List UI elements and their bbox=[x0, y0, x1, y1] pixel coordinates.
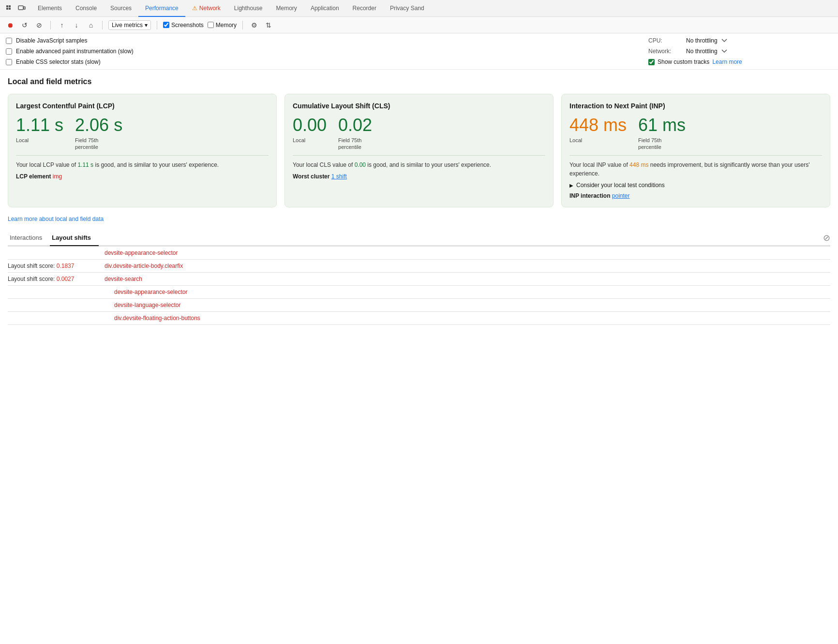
no-entry-icon[interactable]: ⊘ bbox=[823, 233, 830, 243]
live-metrics-dropdown[interactable]: Live metrics ▾ bbox=[108, 20, 151, 30]
collapsible-label: Consider your local test conditions bbox=[576, 182, 665, 189]
screenshots-checkbox-label[interactable]: Screenshots bbox=[163, 22, 204, 29]
device-toolbar-icon[interactable] bbox=[16, 3, 27, 14]
cursor-icon[interactable] bbox=[4, 3, 15, 14]
custom-tracks-text: Show custom tracks bbox=[658, 59, 709, 65]
tab-layout-shifts[interactable]: Layout shifts bbox=[50, 230, 99, 246]
cpu-throttle-row: CPU: No throttling bbox=[648, 37, 832, 44]
clear-button[interactable]: ⊘ bbox=[34, 20, 45, 30]
learn-more-custom-tracks-link[interactable]: Learn more bbox=[712, 59, 742, 65]
local-value-1: 0.00 bbox=[293, 116, 327, 135]
field-label-0: Field 75th percentile bbox=[75, 137, 122, 151]
tab-performance[interactable]: Performance bbox=[138, 0, 185, 17]
tab-lighthouse[interactable]: Lighthouse bbox=[227, 0, 269, 17]
network-label: Network: bbox=[648, 48, 682, 55]
metric-detail-0: LCP element img bbox=[16, 173, 269, 180]
metric-title-1: Cumulative Layout Shift (CLS) bbox=[293, 102, 545, 110]
tab-recorder[interactable]: Recorder bbox=[346, 0, 383, 17]
worst-cluster-label: Worst cluster bbox=[293, 173, 329, 180]
separator-3 bbox=[157, 21, 157, 29]
local-value-0: 1.11 s bbox=[16, 116, 63, 135]
shift-selector-5[interactable]: div.devsite-floating-action-buttons bbox=[114, 315, 200, 322]
memory-checkbox-label[interactable]: Memory bbox=[208, 22, 237, 29]
desc-val-2: 448 ms bbox=[629, 161, 648, 168]
metric-desc-2: Your local INP value of 448 ms needs imp… bbox=[569, 161, 822, 178]
devtools-tab-bar: ElementsConsoleSourcesPerformance⚠Networ… bbox=[0, 0, 838, 17]
settings-row: Disable JavaScript samples Enable advanc… bbox=[0, 33, 838, 70]
network-throttle-row: Network: No throttling bbox=[648, 48, 832, 55]
metric-divider-1 bbox=[293, 155, 545, 156]
disable-js-samples-checkbox[interactable] bbox=[6, 38, 12, 44]
shift-selector-1[interactable]: div.devsite-article-body.clearfix bbox=[105, 263, 183, 269]
enable-css-selector-text: Enable CSS selector stats (slow) bbox=[16, 59, 101, 65]
tab-memory[interactable]: Memory bbox=[269, 0, 304, 17]
upload-button[interactable]: ↑ bbox=[57, 20, 67, 30]
reload-record-button[interactable]: ↺ bbox=[19, 20, 30, 30]
tab-application[interactable]: Application bbox=[304, 0, 346, 17]
shift-label-1: Layout shift score: 0.1837 bbox=[8, 263, 105, 269]
shift-selector-4[interactable]: devsite-language-selector bbox=[114, 302, 180, 308]
tab-console[interactable]: Console bbox=[69, 0, 104, 17]
network-value: No throttling bbox=[686, 48, 718, 55]
metric-card-2: Interaction to Next Paint (INP) 448 ms L… bbox=[561, 94, 830, 207]
inp-interaction-link[interactable]: pointer bbox=[612, 192, 630, 199]
local-label-1: Local bbox=[293, 137, 327, 144]
shift-selector-0[interactable]: devsite-appearance-selector bbox=[105, 249, 178, 256]
download-button[interactable]: ↓ bbox=[71, 20, 82, 30]
worst-cluster-link[interactable]: 1 shift bbox=[331, 173, 347, 180]
devtools-icons bbox=[4, 3, 27, 14]
layout-shifts-list: devsite-appearance-selector Layout shift… bbox=[8, 246, 830, 325]
svg-rect-4 bbox=[18, 6, 23, 10]
metric-values-2: 448 ms Local 61 ms Field 75th percentile bbox=[569, 116, 822, 150]
shift-item-1: Layout shift score: 0.1837 div.devsite-a… bbox=[8, 260, 830, 273]
tab-network[interactable]: ⚠Network bbox=[185, 0, 227, 17]
shift-score-1: 0.1837 bbox=[57, 263, 75, 269]
screenshots-checkbox[interactable] bbox=[163, 22, 169, 28]
disable-js-samples-label[interactable]: Disable JavaScript samples bbox=[6, 37, 134, 44]
tab-privacy-sand[interactable]: Privacy Sand bbox=[383, 0, 431, 17]
inp-interaction-label: INP interaction bbox=[569, 192, 610, 199]
enable-css-selector-checkbox[interactable] bbox=[6, 59, 12, 65]
shift-selector-2[interactable]: devsite-search bbox=[105, 276, 142, 282]
settings-button[interactable]: ⚙ bbox=[249, 20, 259, 30]
separator-1 bbox=[50, 21, 51, 29]
field-label-2: Field 75th percentile bbox=[638, 137, 686, 151]
shift-selector-3[interactable]: devsite-appearance-selector bbox=[114, 289, 187, 295]
custom-tracks-checkbox[interactable] bbox=[648, 59, 655, 65]
tab-sources[interactable]: Sources bbox=[104, 0, 138, 17]
field-value-0: 2.06 s bbox=[75, 116, 122, 135]
enable-advanced-paint-checkbox[interactable] bbox=[6, 48, 12, 55]
svg-rect-0 bbox=[6, 5, 8, 7]
screenshots-label: Screenshots bbox=[171, 22, 204, 29]
shift-item-0: devsite-appearance-selector bbox=[8, 247, 830, 260]
shift-score-2: 0.0027 bbox=[57, 276, 75, 282]
desc-val-0: 1.11 s bbox=[77, 161, 93, 168]
metric-divider-2 bbox=[569, 155, 822, 156]
enable-advanced-paint-text: Enable advanced paint instrumentation (s… bbox=[16, 48, 134, 55]
section-title: Local and field metrics bbox=[8, 77, 830, 86]
enable-css-selector-label[interactable]: Enable CSS selector stats (slow) bbox=[6, 59, 134, 65]
learn-more-field-data-link[interactable]: Learn more about local and field data bbox=[8, 216, 104, 222]
local-label-2: Local bbox=[569, 137, 627, 144]
metric-title-0: Largest Contentful Paint (LCP) bbox=[16, 102, 269, 110]
field-value-block-1: 0.02 Field 75th percentile bbox=[338, 116, 372, 150]
local-value-block-1: 0.00 Local bbox=[293, 116, 327, 150]
local-value-block-0: 1.11 s Local bbox=[16, 116, 63, 150]
lcp-element-value[interactable]: img bbox=[53, 173, 62, 180]
separator-4 bbox=[242, 21, 243, 29]
local-value-block-2: 448 ms Local bbox=[569, 116, 627, 150]
cpu-dropdown[interactable] bbox=[721, 38, 727, 44]
metric-desc-1: Your local CLS value of 0.00 is good, an… bbox=[293, 161, 545, 169]
tab-elements[interactable]: Elements bbox=[31, 0, 69, 17]
shift-label-2: Layout shift score: 0.0027 bbox=[8, 276, 105, 282]
field-value-1: 0.02 bbox=[338, 116, 372, 135]
network-dropdown[interactable] bbox=[721, 48, 727, 54]
more-button[interactable]: ⇅ bbox=[263, 20, 274, 30]
tab-interactions[interactable]: Interactions bbox=[8, 230, 50, 246]
home-button[interactable]: ⌂ bbox=[86, 20, 96, 30]
enable-advanced-paint-label[interactable]: Enable advanced paint instrumentation (s… bbox=[6, 48, 134, 55]
memory-checkbox[interactable] bbox=[208, 22, 214, 28]
collapsible-row[interactable]: ▶ Consider your local test conditions bbox=[569, 182, 822, 189]
metric-values-0: 1.11 s Local 2.06 s Field 75th percentil… bbox=[16, 116, 269, 150]
record-button[interactable]: ⏺ bbox=[5, 20, 15, 30]
